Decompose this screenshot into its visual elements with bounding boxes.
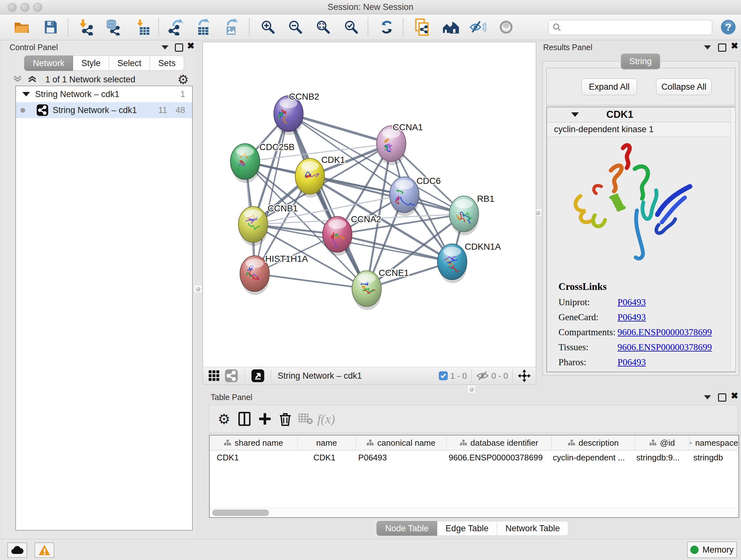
network-collection-row[interactable]: String Network – cdk1 1 xyxy=(16,86,192,102)
warnings-button[interactable] xyxy=(35,543,54,558)
network-node-cdk1[interactable] xyxy=(295,159,325,198)
open-in-window-icon[interactable] xyxy=(249,366,266,385)
tab-select[interactable]: Select xyxy=(109,56,150,71)
column-label: description xyxy=(579,438,619,448)
memory-button[interactable]: Memory xyxy=(687,542,737,558)
hide-show-icon[interactable] xyxy=(469,18,487,36)
search-input[interactable] xyxy=(562,23,704,33)
network-canvas[interactable]: CCNB2CCNA1CDC25BCDK1CDC6RB1CCNB1CCNA2CDK… xyxy=(203,42,536,367)
cloud-button[interactable] xyxy=(7,543,27,558)
panel-close-icon[interactable]: ✖ xyxy=(187,43,194,49)
hidden-eye-icon[interactable] xyxy=(476,370,489,381)
network-edge[interactable] xyxy=(288,114,391,144)
panel-menu-icon[interactable] xyxy=(704,395,711,399)
network-node-cdkn1a[interactable] xyxy=(437,244,467,283)
import-network-file-icon[interactable] xyxy=(77,18,94,36)
left-splitter-handle[interactable] xyxy=(194,285,202,293)
toolbar-divider xyxy=(513,369,513,382)
network-node-cdc25b[interactable] xyxy=(230,144,260,183)
results-scrollbar[interactable] xyxy=(731,108,735,370)
delete-table-icon xyxy=(295,409,316,428)
show-columns-icon[interactable] xyxy=(234,409,255,428)
crosslink-link[interactable]: P06493 xyxy=(617,297,646,307)
crosslink-link[interactable]: 9606.ENSP00000378699 xyxy=(617,327,712,337)
homes-icon[interactable] xyxy=(442,18,460,36)
network-node-rb1[interactable] xyxy=(449,196,479,235)
import-table-icon[interactable] xyxy=(134,18,151,36)
add-column-icon[interactable] xyxy=(255,409,275,428)
selected-checkbox-icon[interactable] xyxy=(439,371,448,380)
network-view-toolbar: String Network – cdk1 1 - 0 0 - 0 xyxy=(203,367,536,385)
panel-float-icon[interactable] xyxy=(718,393,726,401)
table-settings-gear-icon[interactable]: ⚙ xyxy=(214,409,234,428)
network-edge[interactable] xyxy=(255,273,367,289)
toolbar-divider xyxy=(271,369,271,382)
gene-header-row[interactable]: CDK1 xyxy=(547,107,735,122)
zoom-fit-icon[interactable] xyxy=(314,18,332,36)
scrollbar-thumb[interactable] xyxy=(212,509,269,516)
network-node-ccnb1[interactable] xyxy=(239,206,268,246)
tab-edge-table[interactable]: Edge Table xyxy=(437,521,497,536)
panel-menu-icon[interactable] xyxy=(161,45,169,50)
open-session-icon[interactable] xyxy=(13,18,30,36)
network-node-cdc6[interactable] xyxy=(390,177,419,216)
column-header-canonical-name[interactable]: canonical name xyxy=(356,435,446,450)
network-node-ccnb2[interactable] xyxy=(274,96,303,135)
tab-network-table[interactable]: Network Table xyxy=(497,521,569,536)
tree-expand-icon[interactable] xyxy=(22,92,30,97)
tab-style[interactable]: Style xyxy=(73,56,109,71)
collapse-all-button[interactable]: Collapse All xyxy=(656,78,712,95)
copy-document-icon[interactable] xyxy=(413,18,431,36)
save-session-icon[interactable] xyxy=(42,18,59,36)
tab-network[interactable]: Network xyxy=(24,56,73,71)
export-table-icon[interactable] xyxy=(194,18,212,36)
panel-float-icon[interactable] xyxy=(175,44,183,52)
network-row[interactable]: String Network – cdk1 11 48 xyxy=(16,102,192,118)
zoom-out-icon[interactable] xyxy=(286,18,305,36)
string-network-tile-icon[interactable] xyxy=(223,366,240,385)
zoom-selected-icon[interactable] xyxy=(342,18,360,36)
table-row[interactable]: CDK1CDK1P064939606.ENSP00000378699cyclin… xyxy=(210,450,738,464)
delete-column-icon[interactable] xyxy=(275,409,295,428)
refresh-icon[interactable] xyxy=(378,18,396,36)
column-header-namespace[interactable]: namespace xyxy=(689,435,738,450)
zoom-in-icon[interactable] xyxy=(259,18,277,36)
export-image-icon[interactable] xyxy=(223,18,241,36)
panel-close-icon[interactable]: ✖ xyxy=(731,393,738,399)
network-node-ccne1[interactable] xyxy=(352,271,381,310)
collapse-caret-icon[interactable] xyxy=(571,112,579,117)
grid-view-icon[interactable] xyxy=(205,366,223,385)
crosslink-link[interactable]: 9606.ENSP00000378699 xyxy=(617,342,712,353)
main-toolbar: ? xyxy=(0,14,741,40)
import-network-database-icon[interactable] xyxy=(104,18,121,36)
panel-menu-icon[interactable] xyxy=(704,45,711,50)
network-graph[interactable]: CCNB2CCNA1CDC25BCDK1CDC6RB1CCNB1CCNA2CDK… xyxy=(203,42,535,366)
function-builder-icon: f(x) xyxy=(316,409,336,428)
export-network-icon[interactable] xyxy=(167,18,185,36)
search-box[interactable] xyxy=(548,20,712,35)
gear-icon[interactable]: ⚙ xyxy=(178,72,189,87)
panel-float-icon[interactable] xyxy=(718,44,726,52)
column-header-description[interactable]: description xyxy=(552,435,635,450)
crosslink-link[interactable]: P06493 xyxy=(617,357,646,368)
birdseye-icon[interactable] xyxy=(517,369,531,383)
expand-all-button[interactable]: Expand All xyxy=(582,78,637,95)
network-edge[interactable] xyxy=(255,114,288,273)
network-status-dot xyxy=(20,108,25,113)
bottom-splitter-handle[interactable] xyxy=(468,385,475,393)
help-icon[interactable]: ? xyxy=(719,18,737,36)
column-header-shared-name[interactable]: shared name xyxy=(210,435,298,450)
tab-sets[interactable]: Sets xyxy=(150,56,184,71)
panel-close-icon[interactable]: ✖ xyxy=(731,43,738,49)
table-horizontal-scrollbar[interactable] xyxy=(210,508,738,517)
crosslink-link[interactable]: P06493 xyxy=(617,312,646,322)
column-header-name[interactable]: name xyxy=(298,435,356,450)
column-label: namespace xyxy=(695,438,738,448)
tab-string[interactable]: String xyxy=(621,54,660,69)
column-header-database-identifier[interactable]: database identifier xyxy=(447,435,552,450)
tab-node-table[interactable]: Node Table xyxy=(377,521,437,536)
node-label-cdkn1a: CDKN1A xyxy=(465,242,501,252)
column-header-@id[interactable]: @id xyxy=(635,435,690,450)
status-bar: Memory xyxy=(0,539,741,560)
network-node-ccna2[interactable] xyxy=(323,216,352,256)
